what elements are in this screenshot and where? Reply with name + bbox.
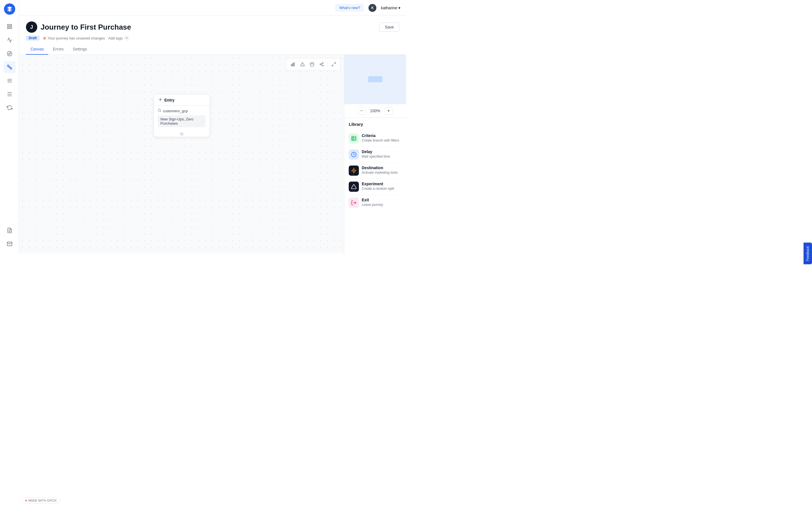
svg-rect-0 xyxy=(7,24,9,26)
app-logo[interactable] xyxy=(4,3,15,15)
canvas-toolbar xyxy=(286,58,340,70)
sidebar-item-messages[interactable] xyxy=(3,238,16,250)
experiment-text: Experiment Create a random split xyxy=(362,182,394,190)
search-icon xyxy=(158,109,161,113)
library-item-delay[interactable]: Delay Wait specified time xyxy=(349,147,401,163)
journey-title-row: J Journey to First Purchase Save xyxy=(26,21,399,33)
entry-segment-label: customers_gcp xyxy=(158,109,206,113)
sidebar-item-reports[interactable] xyxy=(3,224,16,237)
exit-icon xyxy=(349,198,359,208)
bar-chart-tool-button[interactable] xyxy=(289,60,297,68)
nav-tabs: Canvas Errors Settings xyxy=(26,44,399,54)
svg-point-24 xyxy=(320,64,321,65)
library-item-exit[interactable]: Exit Leave journey xyxy=(349,195,401,211)
svg-rect-15 xyxy=(292,63,293,66)
user-menu[interactable]: katharine ▾ xyxy=(381,6,400,10)
library-item-experiment[interactable]: Experiment Create a random split xyxy=(349,179,401,195)
journey-header: J Journey to First Purchase Save Draft ⊗… xyxy=(19,16,406,55)
zoom-controls: − 100% + xyxy=(344,104,406,118)
svg-rect-14 xyxy=(291,64,292,66)
entry-node[interactable]: Entry customers_gcp New Sign-Ups, Zero P… xyxy=(154,94,210,137)
mini-map[interactable] xyxy=(344,55,406,104)
expand-tool-button[interactable] xyxy=(330,60,338,68)
entry-node-connector xyxy=(154,130,210,137)
experiment-name: Experiment xyxy=(362,182,394,186)
svg-line-29 xyxy=(332,65,333,66)
svg-marker-5 xyxy=(8,52,10,54)
segment-value: customers_gcp xyxy=(163,109,188,113)
sidebar-item-signals[interactable] xyxy=(3,34,16,46)
tab-canvas[interactable]: Canvas xyxy=(26,44,48,55)
zoom-level: 100% xyxy=(369,109,381,113)
calendar-tool-button[interactable] xyxy=(308,60,316,68)
connector-dot xyxy=(180,132,183,135)
library-item-destination[interactable]: Destination Activate marketing tools xyxy=(349,163,401,179)
delay-icon xyxy=(349,150,359,160)
experiment-icon xyxy=(349,182,359,192)
delay-name: Delay xyxy=(362,150,390,154)
canvas[interactable]: Entry customers_gcp New Sign-Ups, Zero P… xyxy=(19,55,344,253)
svg-marker-38 xyxy=(352,168,356,173)
svg-point-4 xyxy=(7,51,12,56)
add-tags-button[interactable]: Add tags + xyxy=(108,36,129,41)
svg-rect-2 xyxy=(7,27,9,29)
tab-settings[interactable]: Settings xyxy=(68,44,92,55)
add-tags-label: Add tags xyxy=(108,36,123,40)
mini-map-indicator xyxy=(368,76,382,82)
sidebar-item-content[interactable] xyxy=(3,74,16,87)
journey-meta: Draft ⊗ Your journey has unsaved changes… xyxy=(26,36,399,44)
journey-icon: J xyxy=(26,21,37,33)
destination-text: Destination Activate marketing tools xyxy=(362,166,397,175)
entry-header-label: Entry xyxy=(164,98,175,102)
tab-errors[interactable]: Errors xyxy=(48,44,68,55)
draft-badge: Draft xyxy=(26,36,40,41)
svg-line-27 xyxy=(321,63,323,64)
alert-tool-button[interactable] xyxy=(298,60,307,68)
user-chevron-icon: ▾ xyxy=(398,6,400,10)
add-tags-plus-icon: + xyxy=(124,36,129,41)
share-tool-button[interactable] xyxy=(317,60,326,68)
entry-arrow-icon xyxy=(158,97,162,103)
exit-name: Exit xyxy=(362,198,383,202)
library-title: Library xyxy=(349,122,401,127)
svg-point-23 xyxy=(322,62,323,63)
zoom-in-button[interactable]: + xyxy=(385,107,393,115)
exit-desc: Leave journey xyxy=(362,203,383,207)
whats-new-button[interactable]: What's new? xyxy=(335,4,364,11)
sidebar-item-journeys[interactable] xyxy=(3,61,16,73)
sidebar-item-sync[interactable] xyxy=(3,102,16,114)
criteria-text: Criteria Create branch with filters xyxy=(362,133,399,143)
criteria-icon xyxy=(349,133,359,144)
top-bar: What's new? K katharine ▾ xyxy=(19,0,406,16)
svg-line-26 xyxy=(321,65,323,65)
user-name-text: katharine xyxy=(381,6,397,10)
delay-text: Delay Wait specified time xyxy=(362,150,390,159)
sidebar-item-explore[interactable] xyxy=(3,47,16,60)
destination-icon xyxy=(349,166,359,176)
sidebar xyxy=(0,0,19,253)
svg-point-31 xyxy=(158,109,161,112)
svg-line-28 xyxy=(334,63,335,64)
audience-label: New Sign-Ups, Zero Purchases xyxy=(158,115,206,127)
warning-icon: ⊗ xyxy=(43,36,46,40)
exit-text: Exit Leave journey xyxy=(362,198,383,207)
criteria-desc: Create branch with filters xyxy=(362,138,399,143)
delay-desc: Wait specified time xyxy=(362,155,390,159)
entry-node-header: Entry xyxy=(154,95,210,106)
journey-title: Journey to First Purchase xyxy=(41,23,131,32)
main-content: What's new? K katharine ▾ J Journey to F… xyxy=(19,0,406,253)
svg-line-32 xyxy=(160,111,161,112)
entry-node-body: customers_gcp New Sign-Ups, Zero Purchas… xyxy=(154,106,210,130)
user-avatar: K xyxy=(369,4,376,12)
svg-rect-33 xyxy=(352,136,356,141)
sidebar-item-home[interactable] xyxy=(3,20,16,33)
destination-name: Destination xyxy=(362,166,397,170)
library-item-criteria[interactable]: Criteria Create branch with filters xyxy=(349,130,401,147)
journey-title-left: J Journey to First Purchase xyxy=(26,21,131,33)
sidebar-item-layers[interactable] xyxy=(3,88,16,100)
save-button[interactable]: Save xyxy=(379,22,399,32)
svg-rect-19 xyxy=(310,63,314,66)
unsaved-message: Your journey has unsaved changes xyxy=(48,36,105,40)
unsaved-warning: ⊗ Your journey has unsaved changes xyxy=(43,36,105,40)
zoom-out-button[interactable]: − xyxy=(358,107,366,115)
